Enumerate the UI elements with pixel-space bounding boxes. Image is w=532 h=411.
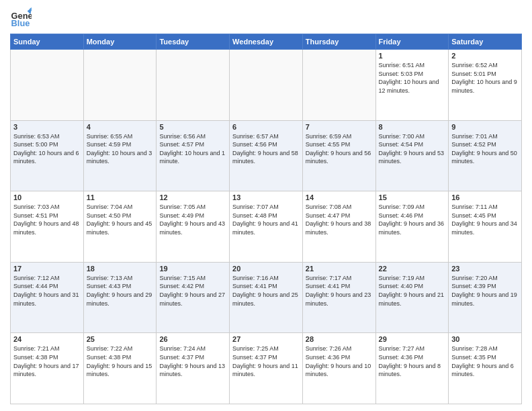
day-number: 28 (306, 335, 373, 343)
day-info: Sunrise: 7:07 AM Sunset: 4:48 PM Dayligh… (232, 203, 300, 236)
logo-icon: General Blue (10, 7, 32, 28)
day-number: 20 (232, 265, 300, 273)
day-number: 5 (159, 123, 226, 131)
day-number: 21 (306, 265, 373, 273)
calendar-cell: 6Sunrise: 6:57 AM Sunset: 4:56 PM Daylig… (230, 120, 303, 191)
day-info: Sunrise: 6:59 AM Sunset: 4:55 PM Dayligh… (306, 132, 373, 166)
day-number: 3 (13, 123, 81, 131)
calendar-cell: 8Sunrise: 7:00 AM Sunset: 4:54 PM Daylig… (375, 120, 449, 191)
calendar-cell: 3Sunrise: 6:53 AM Sunset: 5:00 PM Daylig… (11, 120, 84, 191)
calendar-header-row: SundayMondayTuesdayWednesdayThursdayFrid… (11, 34, 522, 50)
calendar-cell: 18Sunrise: 7:13 AM Sunset: 4:43 PM Dayli… (83, 262, 157, 333)
day-info: Sunrise: 7:04 AM Sunset: 4:50 PM Dayligh… (87, 203, 154, 236)
calendar-cell: 14Sunrise: 7:08 AM Sunset: 4:47 PM Dayli… (302, 191, 375, 263)
calendar-cell: 20Sunrise: 7:16 AM Sunset: 4:41 PM Dayli… (230, 262, 303, 333)
calendar-cell: 13Sunrise: 7:07 AM Sunset: 4:48 PM Dayli… (230, 191, 303, 263)
day-number: 8 (379, 123, 446, 131)
day-number: 26 (159, 335, 226, 343)
day-number: 29 (379, 335, 446, 343)
day-info: Sunrise: 6:53 AM Sunset: 5:00 PM Dayligh… (13, 132, 81, 166)
day-info: Sunrise: 7:19 AM Sunset: 4:40 PM Dayligh… (379, 274, 446, 308)
calendar-cell: 5Sunrise: 6:56 AM Sunset: 4:57 PM Daylig… (157, 120, 230, 191)
day-info: Sunrise: 7:26 AM Sunset: 4:36 PM Dayligh… (306, 345, 373, 378)
day-info: Sunrise: 7:24 AM Sunset: 4:37 PM Dayligh… (159, 345, 226, 378)
page: General Blue SundayMondayTuesdayWednesda… (0, 0, 532, 411)
calendar-cell: 19Sunrise: 7:15 AM Sunset: 4:42 PM Dayli… (157, 262, 230, 333)
calendar-cell: 21Sunrise: 7:17 AM Sunset: 4:41 PM Dayli… (302, 262, 375, 333)
calendar-header-thursday: Thursday (302, 34, 375, 50)
calendar-week-1: 1Sunrise: 6:51 AM Sunset: 5:03 PM Daylig… (11, 50, 522, 121)
day-number: 22 (379, 265, 446, 273)
day-info: Sunrise: 7:21 AM Sunset: 4:38 PM Dayligh… (13, 345, 81, 378)
calendar-cell: 2Sunrise: 6:52 AM Sunset: 5:01 PM Daylig… (449, 50, 522, 121)
day-number: 7 (306, 123, 373, 131)
day-info: Sunrise: 7:28 AM Sunset: 4:35 PM Dayligh… (451, 345, 519, 378)
day-number: 27 (232, 335, 300, 343)
calendar-cell: 23Sunrise: 7:20 AM Sunset: 4:39 PM Dayli… (449, 262, 522, 333)
calendar-cell: 17Sunrise: 7:12 AM Sunset: 4:44 PM Dayli… (11, 262, 84, 333)
day-number: 4 (87, 123, 154, 131)
day-info: Sunrise: 7:17 AM Sunset: 4:41 PM Dayligh… (306, 274, 373, 308)
day-number: 18 (87, 265, 154, 273)
calendar-cell: 26Sunrise: 7:24 AM Sunset: 4:37 PM Dayli… (157, 333, 230, 404)
day-info: Sunrise: 7:16 AM Sunset: 4:41 PM Dayligh… (232, 274, 300, 308)
day-info: Sunrise: 7:08 AM Sunset: 4:47 PM Dayligh… (306, 203, 373, 236)
calendar-cell: 25Sunrise: 7:22 AM Sunset: 4:38 PM Dayli… (83, 333, 157, 404)
day-info: Sunrise: 6:52 AM Sunset: 5:01 PM Dayligh… (451, 61, 519, 95)
calendar-table: SundayMondayTuesdayWednesdayThursdayFrid… (10, 34, 522, 404)
calendar-cell (302, 50, 375, 121)
calendar-cell: 9Sunrise: 7:01 AM Sunset: 4:52 PM Daylig… (449, 120, 522, 191)
calendar-cell (230, 50, 303, 121)
calendar-cell: 22Sunrise: 7:19 AM Sunset: 4:40 PM Dayli… (375, 262, 449, 333)
calendar-cell: 24Sunrise: 7:21 AM Sunset: 4:38 PM Dayli… (11, 333, 84, 404)
calendar-week-3: 10Sunrise: 7:03 AM Sunset: 4:51 PM Dayli… (11, 191, 522, 263)
calendar-header-sunday: Sunday (11, 34, 84, 50)
day-number: 9 (451, 123, 519, 131)
day-number: 23 (451, 265, 519, 273)
day-info: Sunrise: 7:09 AM Sunset: 4:46 PM Dayligh… (379, 203, 446, 236)
calendar-cell: 16Sunrise: 7:11 AM Sunset: 4:45 PM Dayli… (449, 191, 522, 263)
calendar-cell: 15Sunrise: 7:09 AM Sunset: 4:46 PM Dayli… (375, 191, 449, 263)
day-info: Sunrise: 6:57 AM Sunset: 4:56 PM Dayligh… (232, 132, 300, 166)
calendar-header-friday: Friday (375, 34, 449, 50)
day-info: Sunrise: 7:01 AM Sunset: 4:52 PM Dayligh… (451, 132, 519, 166)
calendar-cell (157, 50, 230, 121)
day-info: Sunrise: 6:51 AM Sunset: 5:03 PM Dayligh… (379, 61, 446, 95)
calendar-week-4: 17Sunrise: 7:12 AM Sunset: 4:44 PM Dayli… (11, 262, 522, 333)
day-info: Sunrise: 7:03 AM Sunset: 4:51 PM Dayligh… (13, 203, 81, 236)
header: General Blue (10, 7, 522, 28)
day-info: Sunrise: 7:05 AM Sunset: 4:49 PM Dayligh… (159, 203, 226, 236)
day-info: Sunrise: 7:00 AM Sunset: 4:54 PM Dayligh… (379, 132, 446, 166)
day-number: 2 (451, 52, 519, 60)
day-info: Sunrise: 6:55 AM Sunset: 4:59 PM Dayligh… (87, 132, 154, 166)
calendar-cell: 1Sunrise: 6:51 AM Sunset: 5:03 PM Daylig… (375, 50, 449, 121)
calendar-header-saturday: Saturday (449, 34, 522, 50)
calendar-cell: 11Sunrise: 7:04 AM Sunset: 4:50 PM Dayli… (83, 191, 157, 263)
day-number: 19 (159, 265, 226, 273)
day-info: Sunrise: 6:56 AM Sunset: 4:57 PM Dayligh… (159, 132, 226, 166)
day-info: Sunrise: 7:27 AM Sunset: 4:36 PM Dayligh… (379, 345, 446, 378)
calendar-cell: 12Sunrise: 7:05 AM Sunset: 4:49 PM Dayli… (157, 191, 230, 263)
day-info: Sunrise: 7:13 AM Sunset: 4:43 PM Dayligh… (87, 274, 154, 308)
calendar-header-wednesday: Wednesday (230, 34, 303, 50)
calendar-header-tuesday: Tuesday (157, 34, 230, 50)
day-info: Sunrise: 7:20 AM Sunset: 4:39 PM Dayligh… (451, 274, 519, 308)
day-number: 11 (87, 193, 154, 201)
day-info: Sunrise: 7:22 AM Sunset: 4:38 PM Dayligh… (87, 345, 154, 378)
day-number: 15 (379, 193, 446, 201)
svg-text:Blue: Blue (11, 18, 30, 28)
day-number: 14 (306, 193, 373, 201)
day-number: 17 (13, 265, 81, 273)
day-number: 13 (232, 193, 300, 201)
day-number: 25 (87, 335, 154, 343)
day-info: Sunrise: 7:11 AM Sunset: 4:45 PM Dayligh… (451, 203, 519, 236)
day-number: 10 (13, 193, 81, 201)
calendar-cell (83, 50, 157, 121)
day-number: 24 (13, 335, 81, 343)
calendar-header-monday: Monday (83, 34, 157, 50)
calendar-cell: 7Sunrise: 6:59 AM Sunset: 4:55 PM Daylig… (302, 120, 375, 191)
day-number: 16 (451, 193, 519, 201)
day-number: 12 (159, 193, 226, 201)
day-number: 6 (232, 123, 300, 131)
day-info: Sunrise: 7:15 AM Sunset: 4:42 PM Dayligh… (159, 274, 226, 308)
